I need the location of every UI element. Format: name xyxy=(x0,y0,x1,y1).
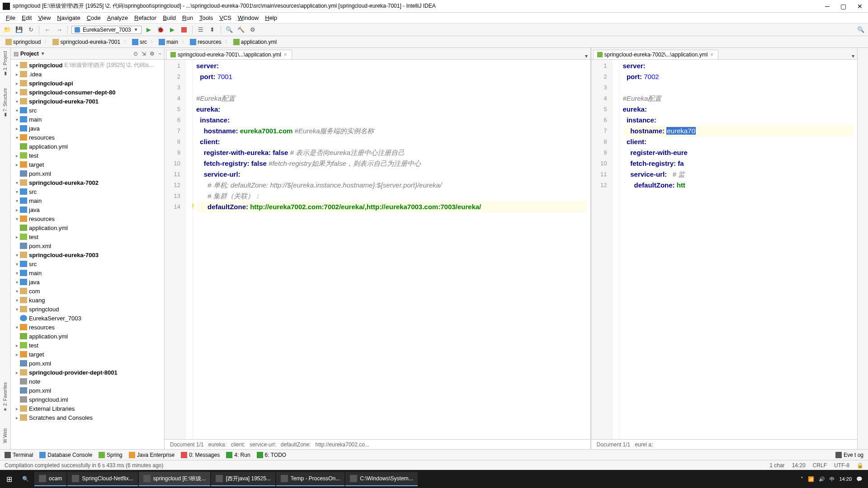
tree-node[interactable]: ▸target xyxy=(11,350,164,359)
back-icon[interactable]: ← xyxy=(43,25,52,34)
taskbar-item[interactable]: ocam xyxy=(34,472,66,486)
tree-node[interactable]: ▸External Libraries xyxy=(11,404,164,413)
tray-volume-icon[interactable]: 🔊 xyxy=(819,476,825,482)
tree-node[interactable]: ▾main xyxy=(11,115,164,124)
tool-web[interactable]: W Web xyxy=(3,427,8,445)
nav-crumb[interactable]: application.yml xyxy=(231,38,279,46)
menu-file[interactable]: File xyxy=(3,14,19,21)
project-view-icon[interactable]: ▤ xyxy=(14,51,19,57)
nav-crumb[interactable]: src xyxy=(129,38,150,46)
settings-icon[interactable]: ⚙ xyxy=(248,25,257,34)
menu-code[interactable]: Code xyxy=(84,14,104,21)
tree-node[interactable]: springcloud.iml xyxy=(11,395,164,404)
lock-icon[interactable]: 🔒 xyxy=(857,462,863,469)
save-all-icon[interactable]: 💾 xyxy=(14,25,24,34)
tree-node[interactable]: ▾springcloud-eureka-7002 xyxy=(11,178,164,187)
menu-window[interactable]: Window xyxy=(235,14,262,21)
tree-node[interactable]: ▾springcloud xyxy=(11,305,164,314)
tree-node[interactable]: ▸test xyxy=(11,341,164,350)
fold-gutter[interactable] xyxy=(185,60,193,439)
tray-clock[interactable]: 14:20 xyxy=(839,476,852,482)
tree-node[interactable]: ▸target xyxy=(11,160,164,169)
project-title[interactable]: Project xyxy=(20,51,39,57)
menu-view[interactable]: View xyxy=(35,14,54,21)
tool-todo[interactable]: 6: TODO xyxy=(257,452,287,458)
nav-crumb[interactable]: springcloud-eureka-7001 xyxy=(50,38,123,46)
tree-node[interactable]: pom.xml xyxy=(11,386,164,395)
tree-node[interactable]: ▸springcloud-api xyxy=(11,79,164,88)
chevron-down-icon[interactable]: ▼ xyxy=(41,51,45,56)
tree-node[interactable]: ▾springcloud-eureka-7003 xyxy=(11,250,164,259)
hierarchy-icon[interactable]: ⬍ xyxy=(208,25,217,34)
tree-node[interactable]: ▾main xyxy=(11,196,164,205)
tray-ime-icon[interactable]: 中 xyxy=(830,476,835,483)
tool-favorites[interactable]: ★ 2: Favorites xyxy=(3,381,8,413)
build-icon[interactable]: 🔨 xyxy=(236,25,245,34)
menu-run[interactable]: Run xyxy=(179,14,196,21)
tree-node[interactable]: ▾springcloudE:\班级管理\西开 [19525] \2. 代码\s… xyxy=(11,61,164,70)
tree-node[interactable]: application.yml xyxy=(11,142,164,151)
debug-icon[interactable]: 🐞 xyxy=(156,25,165,34)
tab-options-icon[interactable]: ▾ xyxy=(582,53,590,59)
collapse-icon[interactable]: ⇲ xyxy=(142,51,146,57)
tool-terminal[interactable]: Terminal xyxy=(5,452,33,458)
tool-run[interactable]: 4: Run xyxy=(226,452,250,458)
tree-node[interactable]: ▾springcloud-eureka-7001 xyxy=(11,97,164,106)
tool-db-console[interactable]: Database Console xyxy=(39,452,92,458)
tab-application-yml-7001[interactable]: springcloud-eureka-7001\...\application.… xyxy=(166,50,292,59)
notifications-icon[interactable]: 💬 xyxy=(856,476,863,482)
status-linesep[interactable]: CRLF xyxy=(813,462,827,469)
tool-spring[interactable]: Spring xyxy=(99,452,123,458)
tool-event-log[interactable]: Eve t og xyxy=(835,452,863,458)
editor-body-left[interactable]: 1234567891011121314 server: port: 7001 #… xyxy=(165,60,590,439)
tool-project[interactable]: ▮ 1: Project xyxy=(3,50,8,78)
tree-node[interactable]: ▾java xyxy=(11,277,164,286)
intention-bulb-icon[interactable]: 💡 xyxy=(193,202,196,212)
tool-messages[interactable]: 0: Messages xyxy=(181,452,220,458)
tree-node[interactable]: ▾src xyxy=(11,259,164,268)
tree-node[interactable]: ▸test xyxy=(11,232,164,241)
hide-icon[interactable]: − xyxy=(158,51,161,57)
menu-navigate[interactable]: Navigate xyxy=(54,14,83,21)
taskbar-item[interactable]: C:\Windows\System... xyxy=(345,472,417,486)
search-taskbar[interactable]: 🔍 xyxy=(18,472,33,486)
tree-node[interactable]: pom.xml xyxy=(11,241,164,250)
nav-crumb[interactable]: resources xyxy=(187,38,224,46)
tree-node[interactable]: pom.xml xyxy=(11,169,164,178)
menu-edit[interactable]: Edit xyxy=(19,14,35,21)
project-tree[interactable]: ▾springcloudE:\班级管理\西开 [19525] \2. 代码\s…… xyxy=(11,60,164,449)
nav-crumb[interactable]: springcloud xyxy=(3,38,43,46)
close-tab-icon[interactable]: × xyxy=(283,52,288,58)
tool-jee[interactable]: Java Enterprise xyxy=(129,452,175,458)
tab-options-icon[interactable]: ▾ xyxy=(849,53,857,59)
close-button[interactable]: ✕ xyxy=(854,3,865,10)
search-icon[interactable]: 🔍 xyxy=(225,25,234,34)
tray-up-icon[interactable]: ˄ xyxy=(801,476,803,482)
tree-node[interactable]: note xyxy=(11,377,164,386)
locate-icon[interactable]: ⊙ xyxy=(133,51,138,57)
code-area-right[interactable]: server: port: 7002 #Eureka配置 eureka: ins… xyxy=(619,60,857,439)
nav-crumb[interactable]: main xyxy=(156,38,181,46)
tree-node[interactable]: ▸springcloud-consumer-dept-80 xyxy=(11,88,164,97)
tree-node[interactable]: ▸java xyxy=(11,124,164,133)
tray-network-icon[interactable]: 📶 xyxy=(808,476,814,482)
menu-analyze[interactable]: Analyze xyxy=(104,14,131,21)
menu-help[interactable]: Help xyxy=(262,14,280,21)
tree-node[interactable]: ▾resources xyxy=(11,323,164,332)
tree-node[interactable]: ▾src xyxy=(11,106,164,115)
search-everywhere-icon[interactable]: 🔍 xyxy=(856,25,865,34)
tree-node[interactable]: ▸test xyxy=(11,151,164,160)
tree-node[interactable]: ▾com xyxy=(11,286,164,296)
open-icon[interactable]: 📁 xyxy=(3,25,12,34)
tree-node[interactable]: ▸Scratches and Consoles xyxy=(11,413,164,422)
tree-node[interactable]: EurekaServer_7003 xyxy=(11,314,164,323)
tree-node[interactable]: ▸.idea xyxy=(11,70,164,79)
tree-node[interactable]: ▸java xyxy=(11,205,164,214)
start-button[interactable]: ⊞ xyxy=(2,472,17,486)
tree-node[interactable]: application.yml xyxy=(11,223,164,232)
status-indent[interactable]: 14:20 xyxy=(792,462,806,469)
tree-node[interactable]: ▾src xyxy=(11,187,164,196)
stop-icon[interactable] xyxy=(179,25,189,34)
maximize-button[interactable]: ▢ xyxy=(838,3,849,10)
tree-node[interactable]: ▾main xyxy=(11,268,164,277)
